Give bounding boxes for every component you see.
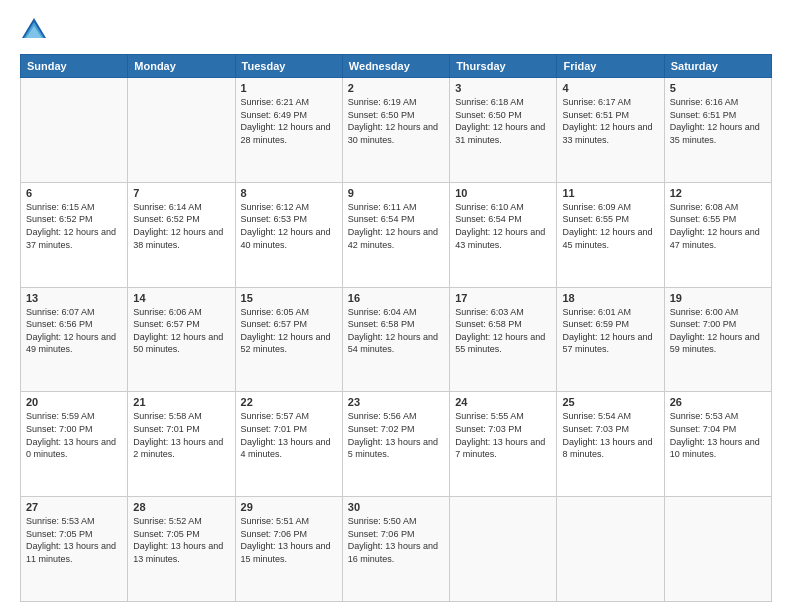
weekday-header-sunday: Sunday [21,55,128,78]
day-info: Sunrise: 5:58 AMSunset: 7:01 PMDaylight:… [133,410,229,460]
day-cell: 8Sunrise: 6:12 AMSunset: 6:53 PMDaylight… [235,182,342,287]
day-cell: 18Sunrise: 6:01 AMSunset: 6:59 PMDayligh… [557,287,664,392]
day-info: Sunrise: 5:54 AMSunset: 7:03 PMDaylight:… [562,410,658,460]
day-cell: 25Sunrise: 5:54 AMSunset: 7:03 PMDayligh… [557,392,664,497]
day-number: 2 [348,82,444,94]
day-info: Sunrise: 6:04 AMSunset: 6:58 PMDaylight:… [348,306,444,356]
day-cell: 15Sunrise: 6:05 AMSunset: 6:57 PMDayligh… [235,287,342,392]
day-info: Sunrise: 6:11 AMSunset: 6:54 PMDaylight:… [348,201,444,251]
week-row-5: 27Sunrise: 5:53 AMSunset: 7:05 PMDayligh… [21,497,772,602]
day-number: 24 [455,396,551,408]
day-number: 5 [670,82,766,94]
day-cell: 16Sunrise: 6:04 AMSunset: 6:58 PMDayligh… [342,287,449,392]
day-info: Sunrise: 6:10 AMSunset: 6:54 PMDaylight:… [455,201,551,251]
weekday-header-wednesday: Wednesday [342,55,449,78]
day-cell: 1Sunrise: 6:21 AMSunset: 6:49 PMDaylight… [235,78,342,183]
day-info: Sunrise: 6:01 AMSunset: 6:59 PMDaylight:… [562,306,658,356]
header [20,16,772,44]
day-cell: 6Sunrise: 6:15 AMSunset: 6:52 PMDaylight… [21,182,128,287]
day-number: 21 [133,396,229,408]
day-number: 13 [26,292,122,304]
day-number: 15 [241,292,337,304]
day-cell [664,497,771,602]
day-number: 19 [670,292,766,304]
day-info: Sunrise: 6:15 AMSunset: 6:52 PMDaylight:… [26,201,122,251]
day-cell [21,78,128,183]
day-number: 16 [348,292,444,304]
day-cell: 23Sunrise: 5:56 AMSunset: 7:02 PMDayligh… [342,392,449,497]
day-cell [557,497,664,602]
page: SundayMondayTuesdayWednesdayThursdayFrid… [0,0,792,612]
day-info: Sunrise: 5:59 AMSunset: 7:00 PMDaylight:… [26,410,122,460]
day-info: Sunrise: 6:16 AMSunset: 6:51 PMDaylight:… [670,96,766,146]
day-info: Sunrise: 5:53 AMSunset: 7:04 PMDaylight:… [670,410,766,460]
day-cell: 28Sunrise: 5:52 AMSunset: 7:05 PMDayligh… [128,497,235,602]
week-row-1: 1Sunrise: 6:21 AMSunset: 6:49 PMDaylight… [21,78,772,183]
day-info: Sunrise: 5:56 AMSunset: 7:02 PMDaylight:… [348,410,444,460]
calendar-table: SundayMondayTuesdayWednesdayThursdayFrid… [20,54,772,602]
day-number: 8 [241,187,337,199]
day-cell: 10Sunrise: 6:10 AMSunset: 6:54 PMDayligh… [450,182,557,287]
day-number: 28 [133,501,229,513]
day-info: Sunrise: 5:57 AMSunset: 7:01 PMDaylight:… [241,410,337,460]
day-cell: 17Sunrise: 6:03 AMSunset: 6:58 PMDayligh… [450,287,557,392]
day-cell: 7Sunrise: 6:14 AMSunset: 6:52 PMDaylight… [128,182,235,287]
day-cell: 9Sunrise: 6:11 AMSunset: 6:54 PMDaylight… [342,182,449,287]
day-cell: 12Sunrise: 6:08 AMSunset: 6:55 PMDayligh… [664,182,771,287]
day-info: Sunrise: 6:18 AMSunset: 6:50 PMDaylight:… [455,96,551,146]
day-number: 9 [348,187,444,199]
day-number: 7 [133,187,229,199]
day-number: 22 [241,396,337,408]
day-info: Sunrise: 6:07 AMSunset: 6:56 PMDaylight:… [26,306,122,356]
day-number: 18 [562,292,658,304]
day-number: 23 [348,396,444,408]
day-cell: 2Sunrise: 6:19 AMSunset: 6:50 PMDaylight… [342,78,449,183]
day-number: 1 [241,82,337,94]
day-cell [128,78,235,183]
day-cell: 30Sunrise: 5:50 AMSunset: 7:06 PMDayligh… [342,497,449,602]
week-row-3: 13Sunrise: 6:07 AMSunset: 6:56 PMDayligh… [21,287,772,392]
day-cell [450,497,557,602]
day-number: 30 [348,501,444,513]
day-cell: 26Sunrise: 5:53 AMSunset: 7:04 PMDayligh… [664,392,771,497]
day-number: 12 [670,187,766,199]
day-info: Sunrise: 5:55 AMSunset: 7:03 PMDaylight:… [455,410,551,460]
day-info: Sunrise: 6:14 AMSunset: 6:52 PMDaylight:… [133,201,229,251]
day-number: 17 [455,292,551,304]
day-cell: 3Sunrise: 6:18 AMSunset: 6:50 PMDaylight… [450,78,557,183]
day-number: 27 [26,501,122,513]
logo [20,16,52,44]
day-cell: 11Sunrise: 6:09 AMSunset: 6:55 PMDayligh… [557,182,664,287]
day-info: Sunrise: 5:53 AMSunset: 7:05 PMDaylight:… [26,515,122,565]
day-number: 20 [26,396,122,408]
day-cell: 13Sunrise: 6:07 AMSunset: 6:56 PMDayligh… [21,287,128,392]
day-cell: 19Sunrise: 6:00 AMSunset: 7:00 PMDayligh… [664,287,771,392]
day-info: Sunrise: 6:12 AMSunset: 6:53 PMDaylight:… [241,201,337,251]
day-info: Sunrise: 6:03 AMSunset: 6:58 PMDaylight:… [455,306,551,356]
day-cell: 4Sunrise: 6:17 AMSunset: 6:51 PMDaylight… [557,78,664,183]
weekday-header-friday: Friday [557,55,664,78]
day-number: 6 [26,187,122,199]
day-number: 26 [670,396,766,408]
day-cell: 5Sunrise: 6:16 AMSunset: 6:51 PMDaylight… [664,78,771,183]
day-info: Sunrise: 6:05 AMSunset: 6:57 PMDaylight:… [241,306,337,356]
day-cell: 29Sunrise: 5:51 AMSunset: 7:06 PMDayligh… [235,497,342,602]
logo-icon [20,16,48,44]
day-number: 25 [562,396,658,408]
day-info: Sunrise: 6:08 AMSunset: 6:55 PMDaylight:… [670,201,766,251]
weekday-header-tuesday: Tuesday [235,55,342,78]
day-cell: 20Sunrise: 5:59 AMSunset: 7:00 PMDayligh… [21,392,128,497]
weekday-header-thursday: Thursday [450,55,557,78]
day-info: Sunrise: 5:52 AMSunset: 7:05 PMDaylight:… [133,515,229,565]
day-info: Sunrise: 5:51 AMSunset: 7:06 PMDaylight:… [241,515,337,565]
day-info: Sunrise: 6:21 AMSunset: 6:49 PMDaylight:… [241,96,337,146]
weekday-header-saturday: Saturday [664,55,771,78]
day-cell: 27Sunrise: 5:53 AMSunset: 7:05 PMDayligh… [21,497,128,602]
weekday-header-monday: Monday [128,55,235,78]
day-info: Sunrise: 6:06 AMSunset: 6:57 PMDaylight:… [133,306,229,356]
day-number: 10 [455,187,551,199]
day-info: Sunrise: 6:19 AMSunset: 6:50 PMDaylight:… [348,96,444,146]
day-info: Sunrise: 6:09 AMSunset: 6:55 PMDaylight:… [562,201,658,251]
week-row-2: 6Sunrise: 6:15 AMSunset: 6:52 PMDaylight… [21,182,772,287]
day-number: 29 [241,501,337,513]
